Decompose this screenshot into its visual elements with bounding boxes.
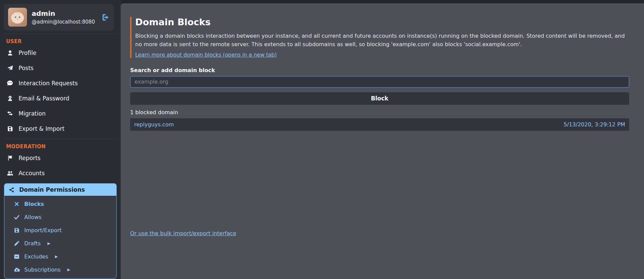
caret-right-icon: ▶	[48, 241, 50, 246]
page-description: Blocking a domain blocks interaction bet…	[135, 32, 629, 49]
sidebar-item-accounts[interactable]: Accounts	[0, 165, 121, 181]
floppy-disk-icon	[6, 126, 13, 132]
sidebar-item-excludes[interactable]: Excludes ▶	[4, 250, 116, 263]
sidebar-item-drafts[interactable]: Drafts ▶	[4, 237, 116, 250]
domain-permissions-category: Domain Permissions Blocks Allows Import/…	[4, 183, 117, 279]
sidebar-item-subscriptions[interactable]: Subscriptions ▶	[4, 263, 116, 276]
sidebar: admin @admin@localhost:8080 USER Profile…	[0, 0, 121, 279]
user-icon	[6, 50, 13, 56]
right-left-arrows-icon	[6, 110, 13, 117]
blocked-domain-date: 5/13/2020, 3:29:12 PM	[564, 121, 625, 128]
user-info: admin @admin@localhost:8080	[32, 9, 95, 25]
avatar	[8, 8, 27, 27]
page-title: Domain Blocks	[135, 17, 629, 27]
sidebar-item-email-password[interactable]: Email & Password	[0, 91, 121, 106]
sidebar-item-label: Subscriptions	[24, 267, 61, 273]
sidebar-divider	[4, 34, 117, 34]
sidebar-item-export-import[interactable]: Export & Import	[0, 121, 121, 136]
sidebar-item-label: Blocks	[24, 201, 44, 207]
blocked-domain-link[interactable]: replyguys.com	[134, 121, 174, 128]
page-intro: Domain Blocks Blocking a domain blocks i…	[130, 17, 629, 58]
sidebar-item-blocks[interactable]: Blocks	[4, 197, 116, 211]
blocked-count: 1 blocked domain	[130, 109, 629, 116]
sidebar-item-label: Profile	[19, 50, 36, 56]
sidebar-item-allows[interactable]: Allows	[4, 211, 116, 224]
sidebar-item-profile[interactable]: Profile	[0, 45, 121, 60]
section-label-moderation: MODERATION	[6, 144, 121, 150]
sidebar-item-reports[interactable]: Reports	[0, 150, 121, 165]
share-nodes-icon	[8, 187, 15, 193]
user-card[interactable]: admin @admin@localhost:8080	[4, 4, 114, 30]
check-icon	[13, 214, 20, 220]
user-secret-icon	[6, 95, 13, 101]
caret-right-icon: ▶	[67, 268, 70, 272]
search-label: Search or add domain block	[130, 67, 629, 73]
caret-right-icon: ▶	[55, 254, 58, 259]
paper-plane-icon	[6, 65, 13, 71]
users-icon	[6, 170, 13, 177]
sidebar-item-label: Allows	[24, 214, 41, 220]
sidebar-item-label: Reports	[19, 155, 40, 161]
bulk-import-export-link[interactable]: Or use the bulk import/export interface	[130, 230, 236, 237]
user-name: admin	[32, 9, 95, 18]
blocked-domain-row[interactable]: replyguys.com 5/13/2020, 3:29:12 PM	[130, 118, 629, 131]
sidebar-item-import-export[interactable]: Import/Export	[4, 224, 116, 237]
sidebar-item-migration[interactable]: Migration	[0, 106, 121, 121]
comment-dots-icon	[6, 80, 13, 86]
sidebar-item-interaction-requests[interactable]: Interaction Requests	[0, 75, 121, 91]
sidebar-item-posts[interactable]: Posts	[0, 60, 121, 75]
sidebar-item-label: Import/Export	[24, 227, 62, 234]
sidebar-item-label: Email & Password	[19, 95, 69, 102]
sidebar-item-domain-permissions[interactable]: Domain Permissions	[4, 183, 117, 196]
user-handle: @admin@localhost:8080	[32, 19, 95, 25]
sidebar-item-label: Migration	[19, 110, 46, 117]
main-panel: Domain Blocks Blocking a domain blocks i…	[121, 3, 644, 279]
sidebar-item-label: Domain Permissions	[19, 186, 85, 193]
domain-search-input[interactable]	[130, 76, 629, 88]
sidebar-item-label: Excludes	[24, 253, 48, 260]
sidebar-item-label: Export & Import	[19, 125, 64, 132]
cloud-arrow-down-icon	[13, 267, 20, 273]
sidebar-item-label: Posts	[19, 65, 33, 71]
sign-out-icon[interactable]	[100, 13, 110, 22]
sidebar-item-label: Drafts	[24, 240, 41, 247]
sidebar-item-label: Accounts	[19, 170, 45, 177]
flag-icon	[6, 155, 13, 161]
learn-more-link[interactable]: Learn more about domain blocks (opens in…	[135, 52, 277, 58]
domain-permissions-submenu: Blocks Allows Import/Export Drafts ▶	[4, 196, 117, 279]
block-button[interactable]: Block	[130, 92, 629, 105]
square-minus-icon	[13, 254, 20, 259]
section-label-user: USER	[6, 38, 121, 44]
sidebar-item-label: Interaction Requests	[19, 80, 78, 87]
sidebar-divider	[4, 139, 117, 139]
xmark-icon	[13, 202, 20, 207]
pencil-icon	[13, 241, 20, 246]
floppy-disk-icon	[13, 227, 20, 233]
